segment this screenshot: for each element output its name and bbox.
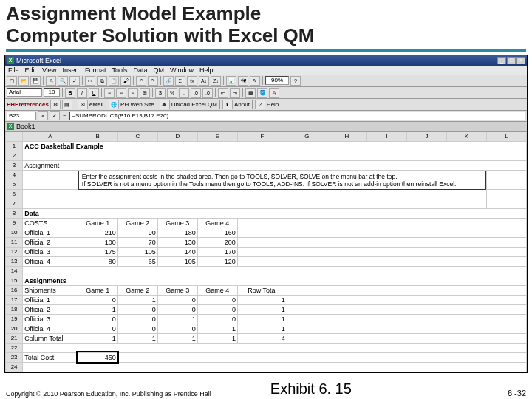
copyright-text: Copyright © 2010 Pearson Education, Inc.…: [6, 390, 211, 398]
cut-icon[interactable]: ✂: [85, 76, 95, 86]
column-headers: ABCDEFGHIJKL: [6, 132, 527, 141]
equals-icon[interactable]: =: [61, 112, 68, 120]
font-name-box[interactable]: Arial: [7, 88, 42, 97]
font-color-icon[interactable]: A: [269, 88, 279, 98]
menu-help[interactable]: Help: [200, 66, 214, 74]
format-painter-icon[interactable]: 🖌: [120, 76, 131, 86]
function-icon[interactable]: fx: [187, 76, 197, 86]
help2-icon[interactable]: ?: [255, 100, 265, 109]
exhibit-label: Exhibit 6. 15: [270, 381, 352, 398]
enter-icon[interactable]: ✓: [50, 111, 60, 120]
menu-data[interactable]: Data: [133, 66, 147, 74]
align-center-icon[interactable]: ≡: [116, 88, 126, 98]
page-number: 6 -32: [508, 389, 526, 398]
chart-icon[interactable]: 📊: [226, 76, 236, 86]
font-size-box[interactable]: 10: [44, 88, 60, 97]
spell-icon[interactable]: ✓: [69, 76, 80, 86]
globe-icon[interactable]: 🌐: [109, 100, 119, 109]
help-icon[interactable]: ?: [290, 76, 301, 86]
increase-indent-icon[interactable]: ⇥: [230, 88, 240, 98]
workbook-titlebar: X Book1: [5, 122, 527, 132]
menu-tools[interactable]: Tools: [112, 66, 127, 74]
sort-desc-icon[interactable]: Z↓: [211, 76, 221, 86]
preview-icon[interactable]: 🔍: [58, 76, 68, 86]
underline-icon[interactable]: U: [89, 88, 99, 98]
sort-asc-icon[interactable]: A↓: [199, 76, 209, 86]
qm-toolbar: PHPreferences ⚙ ▤ ✉ eMail 🌐 PH Web Site …: [5, 99, 527, 111]
copy-icon[interactable]: ⧉: [97, 76, 107, 86]
pref2-icon[interactable]: ▤: [62, 100, 72, 109]
excel-logo-icon: X: [7, 57, 14, 64]
minimize-button[interactable]: _: [497, 57, 506, 64]
zoom-box[interactable]: 90%: [265, 76, 289, 85]
excel-window: X Microsoft Excel _ □ × File Edit View I…: [4, 55, 528, 373]
unload-label[interactable]: Unload Excel QM: [171, 101, 217, 108]
align-right-icon[interactable]: ≡: [128, 88, 138, 98]
formula-bar: B23 × ✓ = =SUMPRODUCT(B10:E13,B17:E20): [5, 111, 527, 122]
currency-icon[interactable]: $: [155, 88, 166, 98]
redo-icon[interactable]: ↷: [148, 76, 158, 86]
help-label[interactable]: Help: [267, 101, 279, 108]
about-label[interactable]: About: [234, 101, 250, 108]
slide-title: Assignment Model Example Computer Soluti…: [0, 0, 532, 47]
email-icon[interactable]: ✉: [78, 100, 88, 109]
hyperlink-icon[interactable]: 🔗: [163, 76, 174, 86]
sheet-title: ACC Basketball Example: [23, 141, 527, 151]
new-icon[interactable]: ▢: [7, 76, 17, 86]
ph-pref-button[interactable]: PHPreferences: [7, 101, 49, 108]
menu-file[interactable]: File: [8, 66, 19, 74]
window-titlebar: X Microsoft Excel _ □ ×: [5, 55, 527, 66]
decrease-indent-icon[interactable]: ⇤: [218, 88, 228, 98]
menu-insert[interactable]: Insert: [62, 66, 79, 74]
formatting-toolbar: Arial 10 B I U ≡ ≡ ≡ ⊞ $ % , .0 .0 ⇤ ⇥ ▦…: [5, 87, 527, 99]
name-box[interactable]: B23: [7, 112, 36, 120]
info-icon[interactable]: ℹ: [222, 100, 233, 109]
selected-cell[interactable]: 450: [78, 352, 117, 362]
formula-input[interactable]: =SUMPRODUCT(B10:E13,B17:E20): [69, 112, 525, 120]
increase-decimal-icon[interactable]: .0: [191, 88, 201, 98]
drawing-icon[interactable]: ✎: [250, 76, 260, 86]
unload-icon[interactable]: ⏏: [160, 100, 170, 109]
italic-icon[interactable]: I: [77, 88, 87, 98]
workbook-name: Book1: [16, 123, 35, 130]
title-underline: [6, 49, 526, 52]
comma-icon[interactable]: ,: [179, 88, 189, 98]
spreadsheet-grid[interactable]: ABCDEFGHIJKL 1ACC Basketball Example 2 3…: [5, 132, 527, 372]
map-icon[interactable]: 🗺: [238, 76, 248, 86]
website-label[interactable]: PH Web Site: [120, 101, 154, 108]
close-button[interactable]: ×: [516, 57, 525, 64]
bold-icon[interactable]: B: [65, 88, 75, 98]
menu-window[interactable]: Window: [170, 66, 194, 74]
save-icon[interactable]: 💾: [30, 76, 41, 86]
menu-bar: File Edit View Insert Format Tools Data …: [5, 66, 527, 75]
workbook-logo-icon: X: [7, 123, 14, 130]
pref-icon[interactable]: ⚙: [50, 100, 61, 109]
menu-view[interactable]: View: [42, 66, 56, 74]
fill-color-icon[interactable]: 🪣: [257, 88, 267, 98]
autosum-icon[interactable]: Σ: [175, 76, 185, 86]
decrease-decimal-icon[interactable]: .0: [202, 88, 213, 98]
undo-icon[interactable]: ↶: [136, 76, 146, 86]
standard-toolbar: ▢ 📂 💾 ⎙ 🔍 ✓ ✂ ⧉ 📋 🖌 ↶ ↷ 🔗 Σ fx A↓ Z↓ 📊 🗺…: [5, 75, 527, 87]
menu-qm[interactable]: QM: [153, 66, 164, 74]
email-label[interactable]: eMail: [89, 101, 103, 108]
borders-icon[interactable]: ▦: [245, 88, 256, 98]
align-left-icon[interactable]: ≡: [104, 88, 115, 98]
merge-icon[interactable]: ⊞: [140, 88, 150, 98]
cancel-icon[interactable]: ×: [38, 111, 48, 120]
maximize-button[interactable]: □: [507, 57, 516, 64]
percent-icon[interactable]: %: [167, 88, 177, 98]
menu-edit[interactable]: Edit: [25, 66, 37, 74]
print-icon[interactable]: ⎙: [46, 76, 56, 86]
menu-format[interactable]: Format: [85, 66, 106, 74]
app-title: Microsoft Excel: [16, 57, 61, 64]
open-icon[interactable]: 📂: [18, 76, 29, 86]
paste-icon[interactable]: 📋: [109, 76, 119, 86]
instructions-box: Enter the assignment costs in the shaded…: [78, 171, 486, 190]
